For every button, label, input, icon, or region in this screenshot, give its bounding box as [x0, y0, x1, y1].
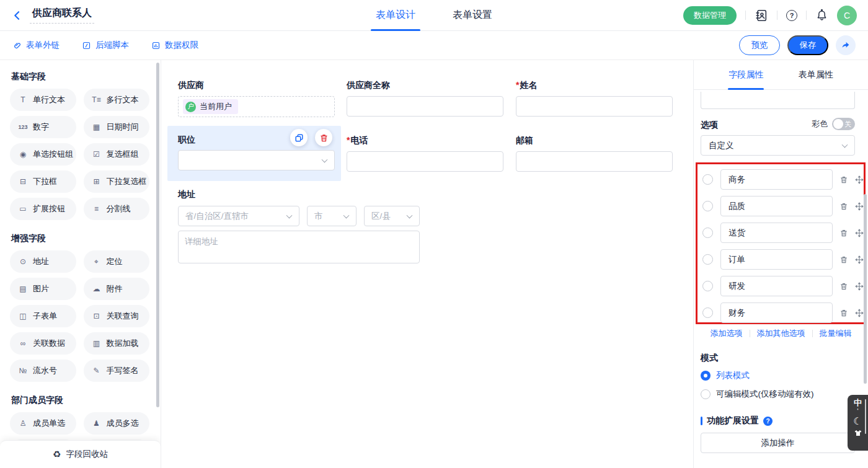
translate-icon[interactable]: 中	[854, 398, 862, 407]
delete-option-button[interactable]	[839, 282, 848, 291]
option-radio[interactable]	[702, 227, 713, 238]
delete-option-button[interactable]	[839, 309, 848, 317]
sidebar-item-linked-data[interactable]: ∞关联数据	[10, 332, 76, 355]
drag-option-handle[interactable]	[855, 255, 864, 264]
toolbar-item-data-permission[interactable]: 数据权限	[151, 40, 198, 51]
option-radio[interactable]	[702, 307, 713, 318]
drag-option-handle[interactable]	[855, 175, 864, 184]
sidebar-item-image[interactable]: ▤图片	[10, 278, 76, 300]
sidebar-item-number[interactable]: 123数字	[10, 116, 76, 138]
add-option-link[interactable]: 添加选项	[711, 328, 743, 339]
back-button[interactable]	[11, 9, 24, 22]
sidebar-item-data-load[interactable]: ▥数据加载	[84, 332, 150, 355]
toolbar-item-external-link[interactable]: 表单外链	[12, 40, 60, 51]
sidebar-item-multi-text[interactable]: T≡多行文本	[84, 89, 150, 111]
city-dropdown[interactable]: 市	[307, 206, 356, 226]
option-input[interactable]	[720, 196, 833, 216]
text-input[interactable]	[347, 96, 503, 117]
sidebar-item-extend-button[interactable]: ▭扩展按钮	[10, 198, 76, 220]
field-email[interactable]: 邮箱	[516, 135, 673, 172]
delete-field-button[interactable]	[315, 129, 332, 146]
color-toggle[interactable]: 关	[832, 118, 855, 130]
copy-field-button[interactable]	[290, 129, 308, 146]
sidebar-item-attachment[interactable]: ☁附件	[84, 278, 150, 300]
add-action-button[interactable]: 添加操作	[701, 433, 855, 453]
mode-editable-radio[interactable]: 可编辑模式(仅移动端有效)	[701, 389, 814, 400]
option-type-dropdown[interactable]: 自定义	[701, 135, 855, 156]
sidebar-item-address[interactable]: ⊙地址	[10, 250, 76, 273]
text-input[interactable]	[347, 151, 503, 172]
theme-shirt-icon[interactable]	[853, 429, 863, 439]
field-name[interactable]: *姓名	[516, 80, 673, 117]
field-title-input-partial[interactable]	[701, 92, 855, 109]
address-detail-textarea[interactable]: 详细地址	[178, 231, 420, 263]
help-icon[interactable]: ?	[786, 10, 797, 21]
data-manage-button[interactable]: 数据管理	[683, 6, 737, 25]
option-input[interactable]	[720, 169, 833, 190]
sidebar-item-member-multi[interactable]: ♟成员多选	[84, 412, 150, 435]
dark-mode-moon-icon[interactable]: ☾	[853, 415, 862, 428]
drag-option-handle[interactable]	[855, 282, 864, 291]
drag-option-handle[interactable]	[855, 229, 864, 237]
district-dropdown[interactable]: 区/县	[364, 206, 420, 226]
sidebar-item-datetime[interactable]: ▦日期时间	[84, 116, 150, 138]
sidebar-item-linked-query[interactable]: ⊡关联查询	[84, 305, 150, 327]
save-button[interactable]: 保存	[787, 35, 828, 55]
batch-edit-link[interactable]: 批量编辑	[820, 328, 852, 339]
delete-option-button[interactable]	[839, 255, 848, 264]
option-radio[interactable]	[702, 201, 713, 211]
province-dropdown[interactable]: 省/自治区/直辖市	[178, 206, 299, 226]
panel-scrollbar[interactable]	[864, 194, 867, 384]
sidebar-item-subform[interactable]: ◫子表单	[10, 305, 76, 327]
text-input[interactable]	[516, 96, 673, 117]
option-radio[interactable]	[702, 254, 713, 265]
mode-list-radio[interactable]: 列表模式	[701, 370, 750, 381]
option-radio[interactable]	[702, 281, 713, 291]
calendar-icon: ▦	[91, 123, 102, 131]
sidebar-scrollbar[interactable]	[156, 63, 159, 407]
text-input[interactable]	[516, 151, 673, 172]
user-avatar[interactable]: C	[837, 6, 857, 25]
option-input[interactable]	[720, 302, 833, 323]
option-row	[698, 273, 864, 299]
form-canvas[interactable]: 供应商 户 当前用户 供应商全称 *姓名 职位	[161, 60, 693, 468]
option-input[interactable]	[720, 276, 833, 296]
tab-form-settings[interactable]: 表单设置	[451, 0, 494, 31]
page-title[interactable]: 供应商联系人	[30, 7, 94, 24]
field-recycle-bin-button[interactable]: ♻ 字段回收站	[0, 440, 161, 468]
sidebar-item-serial-number[interactable]: №流水号	[10, 360, 76, 382]
sidebar-item-single-text[interactable]: T单行文本	[10, 89, 76, 111]
tab-form-design[interactable]: 表单设计	[374, 0, 417, 31]
sidebar-item-dropdown[interactable]: ⊟下拉框	[10, 170, 76, 193]
contacts-book-icon[interactable]	[755, 9, 768, 22]
delete-option-button[interactable]	[839, 229, 848, 237]
delete-option-button[interactable]	[839, 202, 848, 211]
toolbar-item-backend-script[interactable]: 后端脚本	[82, 40, 129, 51]
sidebar-item-signature[interactable]: ✎手写签名	[84, 360, 150, 382]
notification-bell-icon[interactable]	[815, 9, 828, 22]
help-circle-icon[interactable]: ?	[763, 417, 773, 426]
delete-option-button[interactable]	[839, 175, 848, 184]
option-input[interactable]	[720, 223, 833, 243]
option-radio[interactable]	[702, 174, 713, 185]
position-dropdown[interactable]	[178, 150, 335, 170]
share-button[interactable]	[836, 35, 856, 55]
sidebar-item-radio-group[interactable]: ◉单选按钮组	[10, 143, 76, 166]
sidebar-item-divider[interactable]: ≡分割线	[84, 198, 150, 220]
sidebar-item-member-single[interactable]: ♙成员单选	[10, 412, 76, 435]
supplier-value-box[interactable]: 户 当前用户	[178, 96, 335, 117]
sidebar-item-multi-dropdown[interactable]: ⊞下拉复选框	[84, 170, 150, 193]
drag-option-handle[interactable]	[855, 202, 864, 211]
field-position-selected[interactable]: 职位	[167, 126, 341, 181]
sidebar-item-checkbox-group[interactable]: ☑复选框组	[84, 143, 150, 166]
add-other-option-link[interactable]: 添加其他选项	[757, 328, 805, 339]
field-supplier-fullname[interactable]: 供应商全称	[347, 80, 503, 117]
tab-form-properties[interactable]: 表单属性	[799, 60, 833, 90]
option-input[interactable]	[720, 249, 833, 270]
drag-option-handle[interactable]	[855, 309, 864, 317]
field-supplier[interactable]: 供应商 户 当前用户	[178, 80, 335, 117]
sidebar-item-geolocation[interactable]: ⌖定位	[84, 250, 150, 273]
tab-field-properties[interactable]: 字段属性	[728, 60, 763, 90]
field-phone[interactable]: *电话	[347, 135, 503, 172]
preview-button[interactable]: 预览	[739, 35, 780, 55]
